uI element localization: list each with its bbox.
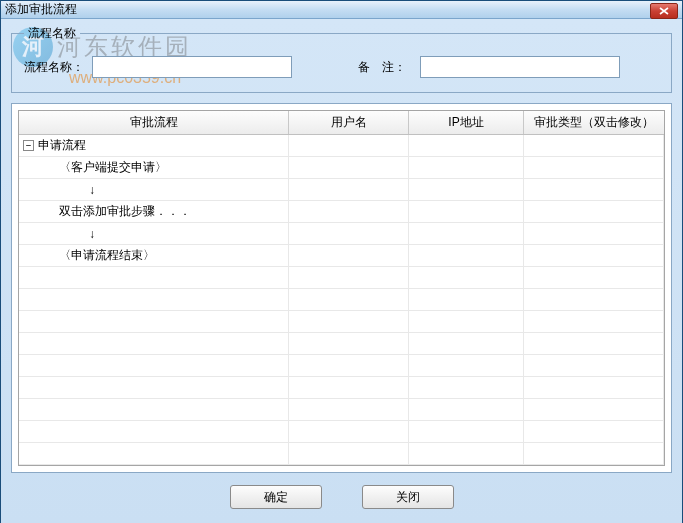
remark-label: 备 注：	[358, 59, 406, 76]
cell-ip	[409, 135, 524, 156]
arrow-down-icon: ↓	[19, 179, 289, 200]
close-button[interactable]: 关闭	[362, 485, 454, 509]
flow-name-label: 流程名称：	[24, 59, 84, 76]
tree-root-label: 申请流程	[38, 137, 86, 154]
grid-body[interactable]: − 申请流程 〈客户端提交申请〉 ↓	[19, 135, 664, 465]
dialog-window: 添加审批流程 河 河东软件园 www.pc0359.cn 流程名称 流程名称： …	[0, 0, 683, 523]
tree-root-cell[interactable]: − 申请流程	[19, 135, 289, 156]
col-header-type[interactable]: 审批类型（双击修改）	[524, 111, 664, 134]
table-row: ↓	[19, 223, 664, 245]
table-row: ↓	[19, 179, 664, 201]
window-title: 添加审批流程	[5, 1, 77, 18]
remark-input[interactable]	[420, 56, 620, 78]
tree-step1: 〈客户端提交申请〉	[19, 157, 289, 178]
table-row	[19, 421, 664, 443]
table-row	[19, 443, 664, 465]
tree-collapse-icon[interactable]: −	[23, 140, 34, 151]
flow-name-fieldset: 流程名称 流程名称： 备 注：	[11, 25, 672, 93]
col-header-flow[interactable]: 审批流程	[19, 111, 289, 134]
tree-step3: 〈申请流程结束〉	[19, 245, 289, 266]
table-row[interactable]: 双击添加审批步骤．．．	[19, 201, 664, 223]
col-header-user[interactable]: 用户名	[289, 111, 409, 134]
table-row	[19, 289, 664, 311]
col-header-ip[interactable]: IP地址	[409, 111, 524, 134]
table-row	[19, 267, 664, 289]
titlebar: 添加审批流程	[1, 1, 682, 19]
cell-type	[524, 135, 664, 156]
table-row[interactable]: 〈申请流程结束〉	[19, 245, 664, 267]
close-icon[interactable]	[650, 3, 678, 19]
dialog-content: 河 河东软件园 www.pc0359.cn 流程名称 流程名称： 备 注： 审批…	[1, 19, 682, 523]
table-row	[19, 377, 664, 399]
fieldset-legend: 流程名称	[24, 25, 80, 42]
table-row	[19, 333, 664, 355]
table-row	[19, 311, 664, 333]
tree-step2[interactable]: 双击添加审批步骤．．．	[19, 201, 289, 222]
table-row	[19, 399, 664, 421]
grid-header: 审批流程 用户名 IP地址 审批类型（双击修改）	[19, 111, 664, 135]
cell-user	[289, 135, 409, 156]
arrow-down-icon: ↓	[19, 223, 289, 244]
approval-grid: 审批流程 用户名 IP地址 审批类型（双击修改） − 申请流程	[18, 110, 665, 466]
grid-container: 审批流程 用户名 IP地址 审批类型（双击修改） − 申请流程	[11, 103, 672, 473]
ok-button[interactable]: 确定	[230, 485, 322, 509]
table-row	[19, 355, 664, 377]
button-bar: 确定 关闭	[11, 481, 672, 513]
table-row[interactable]: 〈客户端提交申请〉	[19, 157, 664, 179]
table-row[interactable]: − 申请流程	[19, 135, 664, 157]
flow-name-input[interactable]	[92, 56, 292, 78]
